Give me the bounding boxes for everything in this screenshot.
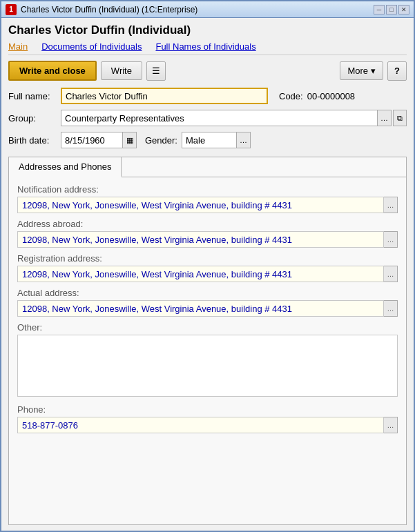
group-label: Group: <box>8 113 57 124</box>
address-abroad-input[interactable] <box>17 231 384 248</box>
birth-date-input[interactable] <box>61 132 123 148</box>
code-label: Code: <box>279 91 303 101</box>
main-window: 1 Charles Victor Duffin (Individual) (1C… <box>0 0 415 532</box>
full-name-row: Full name: Code: 00-0000008 <box>8 88 407 104</box>
address-abroad-ellipsis-icon: … <box>387 236 394 244</box>
write-close-button[interactable]: Write and close <box>8 61 97 81</box>
birth-date-wrapper: ▦ <box>61 132 137 148</box>
gender-wrapper: … <box>182 132 251 148</box>
phone-button[interactable]: … <box>384 417 398 433</box>
help-button[interactable]: ? <box>387 61 407 81</box>
actual-address-button[interactable]: … <box>384 300 398 317</box>
phone-label: Phone: <box>17 404 398 415</box>
gender-ellipsis-icon: … <box>240 136 247 144</box>
address-abroad-label: Address abroad: <box>17 219 398 229</box>
dropdown-icon: ▾ <box>371 66 376 76</box>
address-abroad-row: … <box>17 231 398 248</box>
toolbar: Write and close Write ☰ More ▾ ? <box>8 61 407 81</box>
registration-ellipsis-icon: … <box>387 270 394 278</box>
window-title: Charles Victor Duffin (Individual) (1C:E… <box>21 5 197 14</box>
group-input[interactable] <box>61 110 378 126</box>
tab-fullnames[interactable]: Full Names of Individuals <box>155 41 255 52</box>
other-section: Other: <box>17 322 398 399</box>
list-icon-button[interactable]: ☰ <box>146 61 166 81</box>
page-title: Charles Victor Duffin (Individual) <box>8 23 407 37</box>
actual-address-input[interactable] <box>17 300 384 317</box>
maximize-button[interactable]: □ <box>386 5 397 14</box>
full-name-label: Full name: <box>8 91 57 101</box>
calendar-icon: ▦ <box>126 136 133 145</box>
birth-date-label: Birth date: <box>8 135 57 146</box>
ellipsis-icon: … <box>380 114 388 122</box>
notification-address-section: Notification address: … <box>17 184 398 213</box>
calendar-button[interactable]: ▦ <box>123 132 137 148</box>
address-abroad-button[interactable]: … <box>384 231 398 248</box>
registration-address-section: Registration address: … <box>17 253 398 282</box>
notification-address-input[interactable] <box>17 197 384 213</box>
phone-input[interactable] <box>17 417 384 433</box>
phone-ellipsis-icon: … <box>387 422 394 429</box>
actual-ellipsis-icon: … <box>387 305 394 313</box>
gender-ellipsis-button[interactable]: … <box>237 132 251 148</box>
notification-ellipsis-icon: … <box>387 201 394 209</box>
more-label: More <box>347 66 368 76</box>
group-copy-button[interactable]: ⧉ <box>393 110 407 126</box>
registration-address-button[interactable]: … <box>384 266 398 282</box>
other-textarea[interactable] <box>17 335 398 397</box>
registration-address-label: Registration address: <box>17 253 398 264</box>
panel-body: Notification address: … Address abroad: <box>9 177 406 524</box>
window-body: Charles Victor Duffin (Individual) Main … <box>1 18 414 531</box>
registration-address-input[interactable] <box>17 266 384 282</box>
notification-address-button[interactable]: … <box>384 197 398 213</box>
addresses-tab[interactable]: Addresses and Phones <box>9 157 122 177</box>
notification-address-row: … <box>17 197 398 213</box>
minimize-button[interactable]: ─ <box>374 5 385 14</box>
registration-address-row: … <box>17 266 398 282</box>
tabs-row: Main Documents of Individuals Full Names… <box>8 41 407 55</box>
more-button[interactable]: More ▾ <box>340 61 383 80</box>
group-row: Group: … ⧉ <box>8 110 407 126</box>
actual-address-label: Actual address: <box>17 288 398 298</box>
full-name-input[interactable] <box>61 88 268 104</box>
app-icon: 1 <box>6 4 17 15</box>
panel-tab-row: Addresses and Phones <box>9 157 406 177</box>
other-label: Other: <box>17 322 398 333</box>
code-value: 00-0000008 <box>307 91 355 101</box>
address-abroad-section: Address abroad: … <box>17 219 398 248</box>
phone-row: … <box>17 417 398 433</box>
birthdate-gender-row: Birth date: ▦ Gender: … <box>8 132 407 148</box>
list-icon: ☰ <box>152 66 160 76</box>
group-ellipsis-button[interactable]: … <box>378 110 392 126</box>
tab-documents[interactable]: Documents of Individuals <box>41 41 142 52</box>
notification-address-label: Notification address: <box>17 184 398 195</box>
actual-address-section: Actual address: … <box>17 288 398 317</box>
actual-address-row: … <box>17 300 398 317</box>
title-bar-controls: ─ □ ✕ <box>374 5 409 14</box>
tab-main[interactable]: Main <box>8 41 28 52</box>
title-bar: 1 Charles Victor Duffin (Individual) (1C… <box>1 1 414 18</box>
copy-icon: ⧉ <box>397 114 403 123</box>
close-button[interactable]: ✕ <box>398 5 409 14</box>
gender-input[interactable] <box>182 132 237 148</box>
phone-section: Phone: … <box>17 404 398 433</box>
addresses-panel: Addresses and Phones Notification addres… <box>8 157 407 525</box>
gender-label: Gender: <box>145 135 177 146</box>
write-button[interactable]: Write <box>101 61 142 80</box>
title-bar-left: 1 Charles Victor Duffin (Individual) (1C… <box>6 4 197 15</box>
